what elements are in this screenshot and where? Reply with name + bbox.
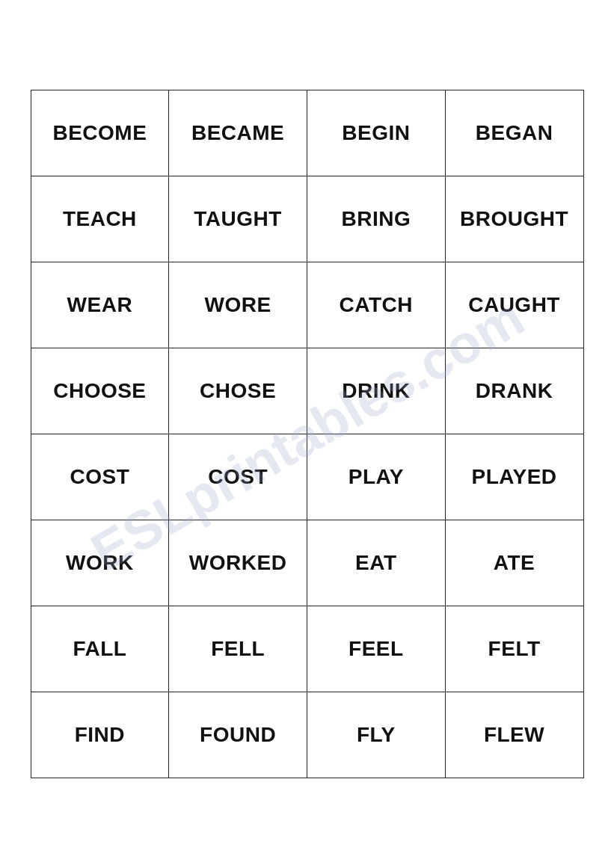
table-cell: DRANK: [445, 348, 583, 434]
table-row: COSTCOSTPLAYPLAYED: [31, 434, 583, 520]
table-cell: CATCH: [307, 262, 446, 348]
table-cell: BRING: [307, 176, 446, 262]
table-cell: PLAYED: [445, 434, 583, 520]
table-cell: FEEL: [307, 606, 446, 692]
table-cell: CHOSE: [169, 348, 307, 434]
table-cell: FOUND: [169, 692, 307, 778]
table-row: BECOMEBECAMEBEGINBEGAN: [31, 90, 583, 176]
table-row: WEARWORECATCHCAUGHT: [31, 262, 583, 348]
table-cell: FIND: [31, 692, 169, 778]
table-cell: COST: [31, 434, 169, 520]
table-cell: BEGIN: [307, 90, 446, 176]
table-cell: FLY: [307, 692, 446, 778]
table-cell: WORKED: [169, 520, 307, 606]
table-cell: FELL: [169, 606, 307, 692]
table-row: TEACHTAUGHTBRINGBROUGHT: [31, 176, 583, 262]
table-cell: FALL: [31, 606, 169, 692]
table-cell: TEACH: [31, 176, 169, 262]
table-cell: WORE: [169, 262, 307, 348]
table-cell: BECOME: [31, 90, 169, 176]
table-row: FINDFOUNDFLYFLEW: [31, 692, 583, 778]
table-cell: ATE: [445, 520, 583, 606]
page: ESLprintables.com BECOMEBECAMEBEGINBEGAN…: [0, 0, 614, 868]
table-cell: CHOOSE: [31, 348, 169, 434]
table-cell: FLEW: [445, 692, 583, 778]
table-cell: BECAME: [169, 90, 307, 176]
table-cell: BROUGHT: [445, 176, 583, 262]
table-cell: PLAY: [307, 434, 446, 520]
table-cell: CAUGHT: [445, 262, 583, 348]
table-cell: BEGAN: [445, 90, 583, 176]
word-table: BECOMEBECAMEBEGINBEGANTEACHTAUGHTBRINGBR…: [31, 90, 584, 778]
table-cell: DRINK: [307, 348, 446, 434]
table-cell: COST: [169, 434, 307, 520]
table-cell: FELT: [445, 606, 583, 692]
table-cell: WORK: [31, 520, 169, 606]
table-row: FALLFELLFEELFELT: [31, 606, 583, 692]
table-cell: TAUGHT: [169, 176, 307, 262]
table-cell: WEAR: [31, 262, 169, 348]
table-row: WORKWORKEDEATATE: [31, 520, 583, 606]
table-cell: EAT: [307, 520, 446, 606]
table-row: CHOOSECHOSEDRINKDRANK: [31, 348, 583, 434]
table-container: ESLprintables.com BECOMEBECAMEBEGINBEGAN…: [31, 90, 584, 778]
